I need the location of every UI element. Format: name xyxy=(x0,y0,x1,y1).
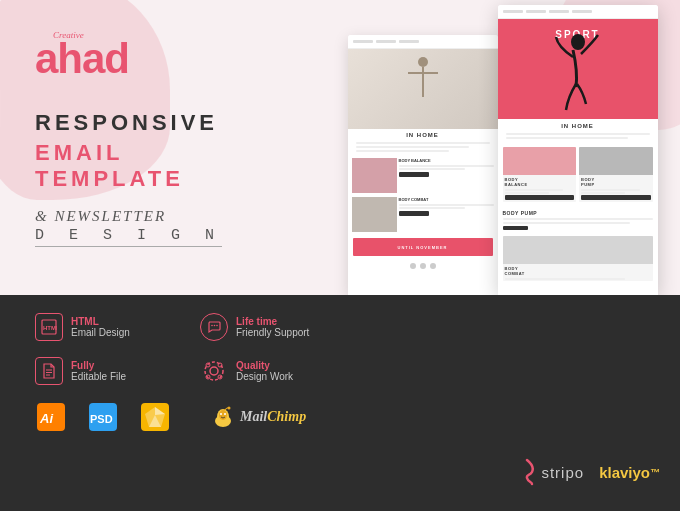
card-1-img xyxy=(503,147,577,175)
stripo-text: stripo xyxy=(541,464,584,481)
card-1-btn xyxy=(505,195,575,200)
nav-dot xyxy=(376,40,396,43)
ai-tool-icon: Ai xyxy=(35,401,67,433)
head xyxy=(418,57,428,67)
back-hero xyxy=(348,49,498,129)
svg-point-5 xyxy=(216,325,218,327)
hero-figure xyxy=(548,32,608,117)
card-2-img xyxy=(579,147,653,175)
sketch-svg xyxy=(140,402,170,432)
banner-text: UNTIL NOVEMBER xyxy=(398,245,448,250)
features-row-top: HTML HTML Email Design xyxy=(35,313,645,341)
card-1: BODYBALANCE xyxy=(503,147,577,202)
main-text-lines xyxy=(498,131,658,143)
main-hero: SPORT xyxy=(498,19,658,119)
nav-dot xyxy=(572,10,592,13)
svg-point-26 xyxy=(220,413,222,415)
chat-icon xyxy=(207,320,221,334)
klaviyo-text: klaviyo xyxy=(599,464,650,481)
pump-title: BODY PUMP xyxy=(503,210,653,216)
svg-point-27 xyxy=(224,413,226,415)
html-icon-wrap: HTML xyxy=(35,313,63,341)
html-icon: HTML xyxy=(41,319,57,335)
features-row-bottom: Fully Editable File Qu xyxy=(35,357,645,385)
nav-dot xyxy=(503,10,523,13)
ai-svg: Ai xyxy=(36,402,66,432)
newsletter-line: & NEWSLETTER xyxy=(35,208,275,225)
editable-text: Fully Editable File xyxy=(71,360,126,382)
svg-point-3 xyxy=(211,325,213,327)
left-content: Creative ahad RESPONSIVE EMAIL TEMPLATE … xyxy=(0,0,295,295)
combat-btn xyxy=(399,211,429,216)
gear-icon xyxy=(200,357,228,385)
back-section-title: IN HOME xyxy=(348,129,498,140)
psd-svg: PSD xyxy=(88,402,118,432)
combat-content: BODY COMBAT xyxy=(399,197,494,232)
newsletter-area: & NEWSLETTER D E S I G N xyxy=(35,208,275,247)
email-preview-back: IN HOME BODY BALANCE xyxy=(348,35,498,295)
balance-content: BODY BALANCE xyxy=(399,158,494,193)
quality-sublabel: Design Work xyxy=(236,371,293,382)
balance-btn xyxy=(399,172,429,177)
back-figure xyxy=(403,57,443,122)
logo-ahad: ahad xyxy=(35,38,275,80)
file-icon-wrap xyxy=(35,357,63,385)
social-fb xyxy=(410,263,416,269)
email-preview-main: SPORT xyxy=(498,5,658,295)
sketch-tool-icon xyxy=(139,401,171,433)
editable-sublabel: Editable File xyxy=(71,371,126,382)
card-3-title: BODYCOMBAT xyxy=(503,264,653,277)
pump-btn xyxy=(503,226,528,230)
editable-label: Fully xyxy=(71,360,126,371)
svg-point-28 xyxy=(228,407,231,410)
feature-editable: Fully Editable File xyxy=(35,357,180,385)
back-hero-img xyxy=(348,49,498,129)
support-text: Life time Friendly Support xyxy=(236,316,309,338)
chimp-text: Chimp xyxy=(267,409,306,424)
balance-lines xyxy=(399,165,494,170)
combat-img xyxy=(352,197,397,232)
combat-title: BODY COMBAT xyxy=(399,197,494,202)
headline-email: EMAIL TEMPLATE xyxy=(35,140,275,192)
bottom-section: HTML HTML Email Design xyxy=(0,295,680,511)
back-nav xyxy=(348,35,498,49)
support-label: Life time xyxy=(236,316,309,327)
email-template-text: EMAIL TEMPLATE xyxy=(35,140,184,191)
svg-point-9 xyxy=(210,367,218,375)
top-section: Creative ahad RESPONSIVE EMAIL TEMPLATE … xyxy=(0,0,680,295)
right-logos: stripo klaviyo™ xyxy=(518,458,660,486)
card-row-2: BODYCOMBAT xyxy=(498,232,658,285)
logo-area: Creative ahad xyxy=(35,30,275,80)
social-tw xyxy=(420,263,426,269)
headline-responsive: RESPONSIVE xyxy=(35,110,275,136)
logo-rest: had xyxy=(57,35,129,82)
card-3: BODYCOMBAT xyxy=(503,236,653,281)
html-sublabel: Email Design xyxy=(71,327,130,338)
html-text: HTML Email Design xyxy=(71,316,130,338)
nav-dot xyxy=(526,10,546,13)
social-ig xyxy=(430,263,436,269)
nav-dot xyxy=(399,40,419,43)
svg-point-10 xyxy=(205,362,223,380)
mailchimp-icon xyxy=(211,405,235,429)
svg-point-4 xyxy=(214,325,216,327)
tools-row: Ai PSD xyxy=(35,401,645,433)
card-3-img xyxy=(503,236,653,264)
mailchimp-area: MailChimp xyxy=(211,405,306,429)
stripo-logo: stripo xyxy=(518,458,584,486)
quality-label: Quality xyxy=(236,360,293,371)
main-nav xyxy=(498,5,658,19)
nav-dot xyxy=(353,40,373,43)
main-container: Creative ahad RESPONSIVE EMAIL TEMPLATE … xyxy=(0,0,680,511)
design-line: D E S I G N xyxy=(35,227,222,247)
social-icons xyxy=(348,260,498,272)
mailchimp-label: MailChimp xyxy=(240,409,306,425)
svg-text:HTML: HTML xyxy=(43,325,57,331)
stripo-icon-svg xyxy=(518,458,536,486)
mail-italic: Mail xyxy=(240,409,267,424)
gear-icon-wrap xyxy=(200,357,228,385)
chat-icon-wrap xyxy=(200,313,228,341)
svg-point-25 xyxy=(219,410,227,420)
psd-tool-icon: PSD xyxy=(87,401,119,433)
card-row-1: BODYBALANCE BODYPUMP xyxy=(498,143,658,206)
